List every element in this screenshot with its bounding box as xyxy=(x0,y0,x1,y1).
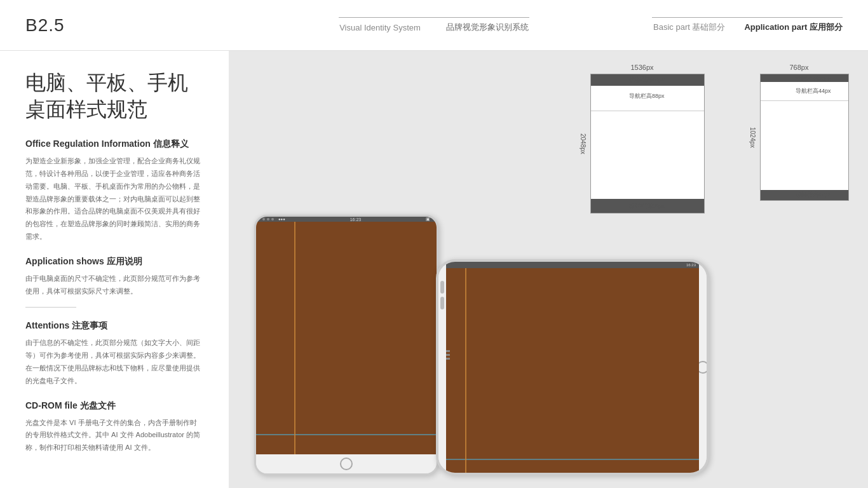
phone-top-bar: 16:23 xyxy=(446,262,699,268)
diagrams-area: 1536px 2048px xyxy=(580,64,849,214)
section3-text: 由于信息的不确定性，此页部分规范（如文字大小、间距等）可作为参考使用，具体可根据… xyxy=(25,337,203,387)
phone-time: 16:23 xyxy=(686,263,696,267)
tablet-battery-icons: ▣ xyxy=(426,217,430,222)
diagram-small-width-label: 768px xyxy=(790,64,809,71)
phone-right-bar xyxy=(699,262,707,473)
diagram-small-box: 状态栏高20px 导航栏高44px 标签栏高49px xyxy=(760,74,849,201)
phone-dot-1 xyxy=(446,350,450,352)
logo: B2.5 xyxy=(25,15,65,36)
header-right-divider xyxy=(652,17,843,18)
diagram-large-height-label: 2048px xyxy=(580,133,587,154)
phone-left-bar xyxy=(438,262,446,473)
phone-screen-line-v xyxy=(465,268,466,473)
tablet-bottom-bar xyxy=(256,454,437,473)
diagram-small-tab-label: 标签栏高49px xyxy=(796,191,831,199)
tablet-status-icons: ●●● xyxy=(262,217,285,221)
tablet-screen-line-h xyxy=(256,434,437,435)
tablet-dot-3 xyxy=(271,218,274,220)
nav-item-english: Visual Identity System xyxy=(339,23,421,32)
tablet-device: ●●● 16:23 ▣ xyxy=(254,215,438,475)
diagram-small-height-label: 1024px xyxy=(749,127,756,148)
phone-screen-line-h xyxy=(446,459,699,460)
section1-text: 为塑造企业新形象，加强企业管理，配合企业商务礼仪规范，特设计各种用品，以便于企业… xyxy=(25,155,203,243)
phone-dot-2 xyxy=(446,354,450,356)
phone-device: 16:23 xyxy=(436,259,709,475)
header-right-nav: Basic part 基础部分 Application part 应用部分 xyxy=(652,17,843,33)
tablet-battery: ▣ xyxy=(426,217,430,222)
section4-title: CD-ROM file 光盘文件 xyxy=(25,400,203,412)
phone-screen-dots xyxy=(446,350,450,360)
diagram-small-status-label: 状态栏高20px xyxy=(796,75,831,83)
tablet-dot-2 xyxy=(267,218,269,220)
nav-application-part[interactable]: Application part 应用部分 xyxy=(744,22,843,33)
section4-text: 光盘文件是本 VI 手册电子文件的集合，内含手册制作时的专用软件格式文件。其中 … xyxy=(25,417,203,454)
diagram-large-status-label: 状态栏高40px xyxy=(629,76,665,84)
diagram-small-nav-label: 导航栏高44px xyxy=(796,87,831,95)
section1-title: Office Regulation Information 信息释义 xyxy=(25,139,203,150)
right-panel: 1536px 2048px xyxy=(229,51,868,488)
section3-title: Attentions 注意事项 xyxy=(25,320,203,332)
header-divider-line xyxy=(339,17,529,18)
tablet-time: 16:23 xyxy=(350,217,362,222)
header: B2.5 Visual Identity System 品牌视觉形象识别系统 B… xyxy=(0,0,868,51)
nav-item-chinese: 品牌视觉形象识别系统 xyxy=(446,22,529,33)
phone-screen-area: 16:23 xyxy=(446,262,699,473)
diagram-large-box: 状态栏高40px 导航栏高88px 标签栏高98px xyxy=(590,74,705,214)
tablet-screen xyxy=(256,222,437,454)
diagram-large: 1536px 2048px xyxy=(580,64,705,214)
header-right-nav-items: Basic part 基础部分 Application part 应用部分 xyxy=(653,22,843,33)
phone-vol-btn-2[interactable] xyxy=(440,297,444,309)
main-content: 电脑、平板、手机桌面样式规范 Office Regulation Informa… xyxy=(0,51,868,488)
section2-title: Application shows 应用说明 xyxy=(25,256,203,268)
tablet-carrier: ●●● xyxy=(278,217,285,221)
left-panel: 电脑、平板、手机桌面样式规范 Office Regulation Informa… xyxy=(0,51,229,488)
header-nav: Visual Identity System 品牌视觉形象识别系统 xyxy=(339,22,529,33)
tablet-dot-1 xyxy=(262,218,265,220)
header-center-nav: Visual Identity System 品牌视觉形象识别系统 xyxy=(339,17,529,33)
phone-dot-3 xyxy=(446,358,450,360)
tablet-top-bar: ●●● 16:23 ▣ xyxy=(256,217,437,222)
phone-vol-btn-1[interactable] xyxy=(440,281,444,294)
phone-screen xyxy=(446,268,699,473)
page-title: 电脑、平板、手机桌面样式规范 xyxy=(25,70,203,123)
tablet-home-button[interactable] xyxy=(340,458,353,470)
section2-text: 由于电脑桌面的尺寸不确定性，此页部分规范可作为参考使用，具体可根据实际尺寸来调整… xyxy=(25,273,203,298)
tablet-screen-line-v xyxy=(294,222,295,454)
diagram-small: 768px 1024px 状 xyxy=(749,64,849,214)
nav-basic-part[interactable]: Basic part 基础部分 xyxy=(653,22,725,33)
diagram-large-nav-label: 导航栏高88px xyxy=(629,92,665,100)
divider-1 xyxy=(25,307,76,308)
diagram-large-tab-label: 标签栏高98px xyxy=(629,202,665,210)
diagram-large-width-label: 1536px xyxy=(630,64,653,71)
